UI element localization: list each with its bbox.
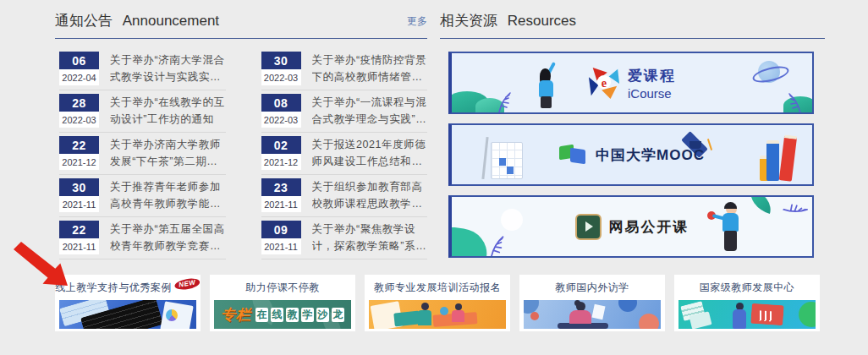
salon-banner-prefix: 专栏 — [221, 305, 251, 325]
bench-icon — [558, 323, 608, 329]
quick-link-label: 教师专业发展培训活动报名 — [374, 281, 501, 295]
date-month: 2022-03 — [59, 112, 99, 128]
calendar-pole — [481, 137, 488, 179]
date-block: 30 2022-03 — [261, 52, 301, 85]
person-illustration — [452, 310, 464, 322]
resources-section-title: 相关资源 Resources — [440, 11, 576, 30]
person-illustration — [533, 62, 562, 109]
circle-decoration — [799, 302, 816, 327]
date-day: 02 — [261, 136, 301, 154]
date-month: 2021-11 — [59, 196, 99, 212]
date-month: 2021-12 — [59, 154, 99, 170]
circle-decoration — [530, 312, 539, 320]
icourse-name: 爱课程 — [628, 66, 676, 85]
resources-section: 相关资源 Resources e — [440, 11, 825, 267]
announcement-item-title: 关于举办“济南大学混合式教学设计与实践实训骨干... — [110, 52, 226, 85]
icourse-subname: iCourse — [628, 86, 676, 101]
announcement-more-link[interactable]: 更多 — [407, 14, 427, 30]
announcement-item-title: 关于举办“一流课程与混合式教学理念与实践”线上... — [312, 94, 428, 128]
visiting-scholar-illustration — [524, 300, 661, 329]
announcement-item[interactable]: 22 2021-12 关于举办济南大学教师发展“下午茶”第二期主题活... — [59, 136, 226, 175]
banner-netease-open-course[interactable]: 网易公开课 — [448, 195, 814, 258]
announcement-item-title: 关于举办“疫情防控背景下的高校教师情绪管理与压... — [312, 52, 428, 85]
announcement-item[interactable]: 02 2021-12 关于报送2021年度师德师风建设工作总结和开展师德... — [261, 136, 428, 175]
circle-decoration — [639, 314, 659, 329]
quick-link-online-teaching-cases[interactable]: 线上教学支持与优秀案例 NEW — [55, 275, 201, 331]
announcement-header: 通知公告 Announcement 更多 — [55, 11, 427, 39]
date-day: 28 — [59, 94, 99, 112]
paper-icon — [591, 304, 605, 320]
fern-icon — [487, 234, 506, 258]
quick-link-label: 教师国内外访学 — [555, 281, 629, 295]
date-block: 23 2021-11 — [261, 178, 301, 212]
quick-link-label: 国家级教师发展中心 — [700, 281, 795, 295]
announcement-item[interactable]: 06 2022-04 关于举办“济南大学混合式教学设计与实践实训骨干... — [59, 52, 226, 90]
play-button-icon — [575, 214, 602, 240]
announcement-item[interactable]: 30 2021-11 关于推荐青年老师参加高校青年教师教学能力提升省... — [59, 178, 226, 217]
salon-banner-char: 学 — [301, 308, 314, 322]
red-arrow-pointer — [14, 242, 74, 291]
quick-link-national-teacher-center[interactable]: 国家级教师发展中心 — [674, 275, 820, 331]
salon-banner-char: 沙 — [316, 308, 329, 322]
announcement-item-title: 关于报送2021年度师德师风建设工作总结和开展师德... — [312, 136, 428, 170]
salon-banner-char: 在 — [255, 308, 268, 322]
date-day: 09 — [261, 221, 301, 238]
person-illustration — [569, 310, 591, 324]
laptop-illustration — [59, 300, 196, 329]
desk-icon — [393, 310, 420, 326]
mooc-flag-icon — [559, 144, 588, 166]
salon-banner-char: 线 — [271, 308, 283, 322]
resources-header: 相关资源 Resources — [440, 11, 825, 39]
announcement-title-zh: 通知公告 — [55, 13, 113, 29]
date-day: 22 — [59, 136, 99, 154]
banner-icourse[interactable]: e 爱课程 iCourse — [448, 52, 814, 114]
mooc-name: 中国大学MOOC — [596, 145, 705, 165]
quick-link-title: 教师专业发展培训活动报名 — [365, 275, 510, 300]
announcement-item[interactable]: 28 2022-03 关于举办“在线教学的互动设计”工作坊的通知 — [59, 94, 226, 133]
date-block: 08 2022-03 — [261, 94, 301, 128]
announcement-item[interactable]: 30 2022-03 关于举办“疫情防控背景下的高校教师情绪管理与压... — [261, 52, 428, 90]
fern-icon — [496, 90, 513, 112]
icourse-logo: e 爱课程 iCourse — [588, 66, 676, 101]
resource-banners: e 爱课程 iCourse 中国大学MOOC — [448, 52, 814, 258]
person-illustration — [733, 309, 746, 329]
person-illustration — [455, 303, 462, 310]
mooc-logo: 中国大学MOOC — [559, 144, 705, 166]
halo-circle — [501, 209, 523, 231]
banner-mooc[interactable]: 中国大学MOOC — [448, 123, 814, 186]
date-block: 02 2021-12 — [261, 136, 301, 170]
announcement-item[interactable]: 08 2022-03 关于举办“一流课程与混合式教学理念与实践”线上... — [261, 94, 428, 133]
announcement-section: 通知公告 Announcement 更多 06 2022-04 关于举办“济南大… — [55, 11, 427, 263]
planet-icon — [758, 61, 780, 83]
books-icon — [756, 134, 805, 181]
teal-blob-icon — [448, 227, 490, 258]
quick-link-visiting-scholars[interactable]: 教师国内外访学 — [519, 275, 665, 331]
announcement-section-title: 通知公告 Announcement — [55, 11, 219, 30]
date-month: 2021-11 — [261, 238, 301, 254]
pie-chart-icon — [166, 309, 178, 321]
announcement-item-title: 关于举办“第五届全国高校青年教师教学竞赛一等奖... — [110, 221, 226, 254]
icourse-label: 爱课程 iCourse — [628, 66, 676, 101]
quick-link-training-signup[interactable]: 教师专业发展培训活动报名 — [365, 275, 510, 331]
presentation-board-icon — [750, 303, 784, 326]
announcement-item[interactable]: 22 2021-11 关于举办“第五届全国高校青年教师教学竞赛一等奖... — [59, 221, 226, 259]
new-badge: NEW — [173, 277, 201, 292]
date-month: 2022-03 — [261, 112, 301, 128]
date-day: 30 — [59, 178, 99, 196]
announcement-item-title: 关于推荐青年老师参加高校青年教师教学能力提升省... — [110, 178, 226, 212]
date-month: 2021-11 — [261, 196, 301, 212]
resources-title-en: Resources — [508, 13, 576, 29]
announcement-item[interactable]: 09 2021-11 关于举办“聚焦教学设计，探索教学策略”系列教学... — [261, 221, 428, 259]
announcement-list: 06 2022-04 关于举办“济南大学混合式教学设计与实践实训骨干... 28… — [59, 52, 427, 263]
announcement-item[interactable]: 23 2021-11 关于组织参加教育部高校教师课程思政教学能力培训... — [261, 178, 428, 217]
announcement-item-title: 关于举办“在线教学的互动设计”工作坊的通知 — [110, 94, 226, 128]
announcement-item-title: 关于举办济南大学教师发展“下午茶”第二期主题活... — [110, 136, 226, 170]
salon-banner-char: 龙 — [332, 308, 344, 322]
date-day: 22 — [59, 221, 99, 238]
date-day: 08 — [261, 94, 301, 112]
quick-link-teaching-salon[interactable]: 助力停课不停教 专栏 在 线 教 学 沙 龙 — [210, 275, 355, 331]
date-block: 28 2022-03 — [59, 94, 99, 128]
announcement-item-title: 关于举办“聚焦教学设计，探索教学策略”系列教学... — [312, 221, 428, 254]
quick-link-label: 助力停课不停教 — [245, 281, 320, 295]
salon-banner-char: 教 — [286, 308, 299, 322]
